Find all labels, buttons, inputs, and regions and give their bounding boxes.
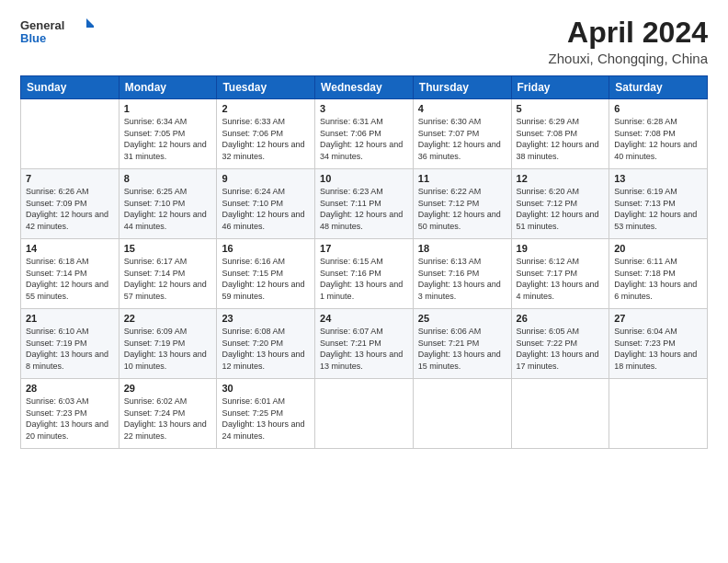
day-number: 9 bbox=[222, 173, 310, 184]
cell-sunrise: Sunrise: 6:19 AMSunset: 7:13 PMDaylight:… bbox=[614, 187, 697, 231]
day-number: 3 bbox=[320, 103, 408, 114]
col-monday: Monday bbox=[119, 76, 217, 99]
col-friday: Friday bbox=[511, 76, 609, 99]
cell-sunrise: Sunrise: 6:12 AMSunset: 7:17 PMDaylight:… bbox=[517, 257, 599, 301]
cell-sunrise: Sunrise: 6:34 AMSunset: 7:05 PMDaylight:… bbox=[124, 117, 207, 161]
cell-sunrise: Sunrise: 6:25 AMSunset: 7:10 PMDaylight:… bbox=[124, 187, 207, 231]
cell-w4-d6 bbox=[609, 379, 708, 449]
cell-sunrise: Sunrise: 6:31 AMSunset: 7:06 PMDaylight:… bbox=[320, 117, 403, 161]
day-number: 4 bbox=[418, 103, 506, 114]
cell-w3-d0: 21 Sunrise: 6:10 AMSunset: 7:19 PMDaylig… bbox=[21, 309, 119, 379]
cell-sunrise: Sunrise: 6:24 AMSunset: 7:10 PMDaylight:… bbox=[222, 187, 304, 231]
day-number: 12 bbox=[517, 173, 605, 184]
col-wednesday: Wednesday bbox=[315, 76, 414, 99]
title-block: April 2024 Zhouxi, Chongqing, China bbox=[549, 17, 708, 66]
day-number: 18 bbox=[418, 243, 506, 254]
day-number: 7 bbox=[26, 173, 114, 184]
day-number: 1 bbox=[124, 103, 212, 114]
cell-sunrise: Sunrise: 6:16 AMSunset: 7:15 PMDaylight:… bbox=[222, 257, 304, 301]
week-row-0: 1 Sunrise: 6:34 AMSunset: 7:05 PMDayligh… bbox=[21, 99, 708, 169]
cell-sunrise: Sunrise: 6:23 AMSunset: 7:11 PMDaylight:… bbox=[320, 187, 403, 231]
cell-w4-d2: 30 Sunrise: 6:01 AMSunset: 7:25 PMDaylig… bbox=[217, 379, 315, 449]
cell-w2-d1: 15 Sunrise: 6:17 AMSunset: 7:14 PMDaylig… bbox=[119, 239, 217, 309]
cell-sunrise: Sunrise: 6:11 AMSunset: 7:18 PMDaylight:… bbox=[614, 257, 697, 301]
cell-sunrise: Sunrise: 6:30 AMSunset: 7:07 PMDaylight:… bbox=[418, 117, 501, 161]
cell-w0-d4: 4 Sunrise: 6:30 AMSunset: 7:07 PMDayligh… bbox=[413, 99, 511, 169]
cell-sunrise: Sunrise: 6:06 AMSunset: 7:21 PMDaylight:… bbox=[418, 327, 501, 371]
logo-icon: General Blue bbox=[20, 17, 94, 46]
col-sunday: Sunday bbox=[21, 76, 119, 99]
day-number: 19 bbox=[517, 243, 605, 254]
header: General Blue April 2024 Zhouxi, Chongqin… bbox=[20, 17, 708, 66]
cell-sunrise: Sunrise: 6:04 AMSunset: 7:23 PMDaylight:… bbox=[614, 327, 697, 371]
day-number: 14 bbox=[26, 243, 114, 254]
day-number: 5 bbox=[517, 103, 605, 114]
day-number: 20 bbox=[614, 243, 702, 254]
cell-w2-d4: 18 Sunrise: 6:13 AMSunset: 7:16 PMDaylig… bbox=[413, 239, 511, 309]
cell-sunrise: Sunrise: 6:02 AMSunset: 7:24 PMDaylight:… bbox=[124, 396, 207, 441]
col-thursday: Thursday bbox=[413, 76, 511, 99]
day-number: 28 bbox=[26, 383, 114, 394]
svg-text:General: General bbox=[20, 18, 64, 32]
cell-w4-d0: 28 Sunrise: 6:03 AMSunset: 7:23 PMDaylig… bbox=[21, 379, 119, 449]
cell-sunrise: Sunrise: 6:28 AMSunset: 7:08 PMDaylight:… bbox=[614, 117, 697, 161]
cell-w3-d3: 24 Sunrise: 6:07 AMSunset: 7:21 PMDaylig… bbox=[315, 309, 414, 379]
cell-sunrise: Sunrise: 6:33 AMSunset: 7:06 PMDaylight:… bbox=[222, 117, 304, 161]
week-row-4: 28 Sunrise: 6:03 AMSunset: 7:23 PMDaylig… bbox=[21, 379, 708, 449]
day-number: 6 bbox=[614, 103, 702, 114]
cell-w1-d4: 11 Sunrise: 6:22 AMSunset: 7:12 PMDaylig… bbox=[413, 169, 511, 239]
page: General Blue April 2024 Zhouxi, Chongqin… bbox=[0, 0, 728, 563]
col-tuesday: Tuesday bbox=[217, 76, 315, 99]
calendar-table: Sunday Monday Tuesday Wednesday Thursday… bbox=[20, 75, 708, 449]
cell-sunrise: Sunrise: 6:26 AMSunset: 7:09 PMDaylight:… bbox=[26, 187, 108, 231]
day-number: 10 bbox=[320, 173, 408, 184]
cell-w1-d6: 13 Sunrise: 6:19 AMSunset: 7:13 PMDaylig… bbox=[609, 169, 708, 239]
day-number: 29 bbox=[124, 383, 212, 394]
cell-sunrise: Sunrise: 6:20 AMSunset: 7:12 PMDaylight:… bbox=[517, 187, 599, 231]
day-number: 23 bbox=[222, 313, 310, 324]
cell-sunrise: Sunrise: 6:22 AMSunset: 7:12 PMDaylight:… bbox=[418, 187, 501, 231]
day-number: 22 bbox=[124, 313, 212, 324]
cell-w3-d4: 25 Sunrise: 6:06 AMSunset: 7:21 PMDaylig… bbox=[413, 309, 511, 379]
day-number: 26 bbox=[517, 313, 605, 324]
col-saturday: Saturday bbox=[609, 76, 708, 99]
cell-w0-d0 bbox=[21, 99, 119, 169]
svg-text:Blue: Blue bbox=[20, 31, 46, 45]
day-number: 24 bbox=[320, 313, 408, 324]
cell-w3-d5: 26 Sunrise: 6:05 AMSunset: 7:22 PMDaylig… bbox=[511, 309, 609, 379]
day-number: 8 bbox=[124, 173, 212, 184]
day-number: 11 bbox=[418, 173, 506, 184]
cell-w0-d1: 1 Sunrise: 6:34 AMSunset: 7:05 PMDayligh… bbox=[119, 99, 217, 169]
day-number: 17 bbox=[320, 243, 408, 254]
day-number: 30 bbox=[222, 383, 310, 394]
cell-sunrise: Sunrise: 6:29 AMSunset: 7:08 PMDaylight:… bbox=[517, 117, 599, 161]
cell-w1-d0: 7 Sunrise: 6:26 AMSunset: 7:09 PMDayligh… bbox=[21, 169, 119, 239]
cell-w0-d2: 2 Sunrise: 6:33 AMSunset: 7:06 PMDayligh… bbox=[217, 99, 315, 169]
cell-w1-d3: 10 Sunrise: 6:23 AMSunset: 7:11 PMDaylig… bbox=[315, 169, 414, 239]
week-row-1: 7 Sunrise: 6:26 AMSunset: 7:09 PMDayligh… bbox=[21, 169, 708, 239]
cell-w2-d5: 19 Sunrise: 6:12 AMSunset: 7:17 PMDaylig… bbox=[511, 239, 609, 309]
svg-marker-2 bbox=[86, 18, 94, 28]
cell-w4-d5 bbox=[511, 379, 609, 449]
cell-sunrise: Sunrise: 6:01 AMSunset: 7:25 PMDaylight:… bbox=[222, 396, 304, 441]
cell-sunrise: Sunrise: 6:08 AMSunset: 7:20 PMDaylight:… bbox=[222, 327, 304, 371]
cell-sunrise: Sunrise: 6:17 AMSunset: 7:14 PMDaylight:… bbox=[124, 257, 207, 301]
cell-sunrise: Sunrise: 6:09 AMSunset: 7:19 PMDaylight:… bbox=[124, 327, 207, 371]
cell-w2-d6: 20 Sunrise: 6:11 AMSunset: 7:18 PMDaylig… bbox=[609, 239, 708, 309]
cell-w2-d0: 14 Sunrise: 6:18 AMSunset: 7:14 PMDaylig… bbox=[21, 239, 119, 309]
cell-w4-d1: 29 Sunrise: 6:02 AMSunset: 7:24 PMDaylig… bbox=[119, 379, 217, 449]
day-number: 2 bbox=[222, 103, 310, 114]
week-row-2: 14 Sunrise: 6:18 AMSunset: 7:14 PMDaylig… bbox=[21, 239, 708, 309]
cell-w2-d2: 16 Sunrise: 6:16 AMSunset: 7:15 PMDaylig… bbox=[217, 239, 315, 309]
cell-w4-d3 bbox=[315, 379, 414, 449]
cell-sunrise: Sunrise: 6:13 AMSunset: 7:16 PMDaylight:… bbox=[418, 257, 501, 301]
cell-sunrise: Sunrise: 6:10 AMSunset: 7:19 PMDaylight:… bbox=[26, 327, 108, 371]
day-number: 27 bbox=[614, 313, 702, 324]
cell-w0-d3: 3 Sunrise: 6:31 AMSunset: 7:06 PMDayligh… bbox=[315, 99, 414, 169]
cell-sunrise: Sunrise: 6:18 AMSunset: 7:14 PMDaylight:… bbox=[26, 257, 108, 301]
cell-sunrise: Sunrise: 6:03 AMSunset: 7:23 PMDaylight:… bbox=[26, 396, 108, 441]
cell-sunrise: Sunrise: 6:07 AMSunset: 7:21 PMDaylight:… bbox=[320, 327, 403, 371]
day-number: 16 bbox=[222, 243, 310, 254]
cell-w4-d4 bbox=[413, 379, 511, 449]
header-row: Sunday Monday Tuesday Wednesday Thursday… bbox=[21, 76, 708, 99]
